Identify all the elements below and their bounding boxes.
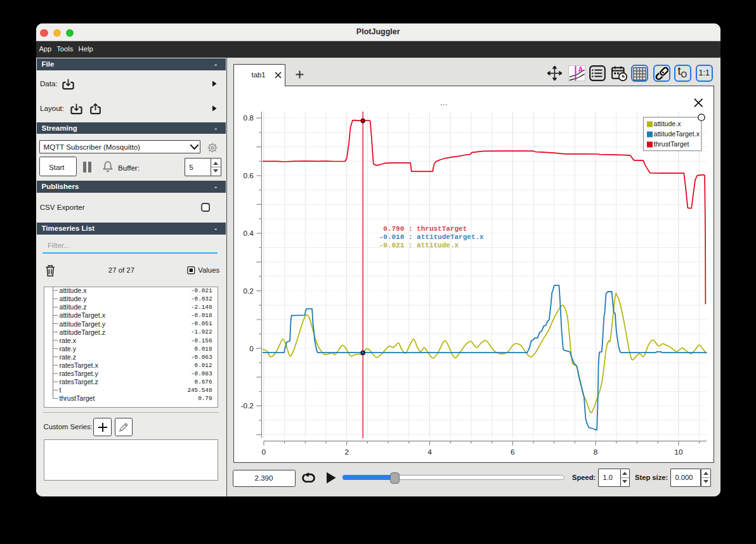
- svg-text:2: 2: [344, 447, 349, 456]
- svg-text:-0.018 : attitudeTarget.x: -0.018 : attitudeTarget.x: [379, 233, 483, 241]
- svg-text:...: ...: [440, 98, 448, 107]
- svg-text:-0.2: -0.2: [240, 401, 253, 410]
- svg-text:10: 10: [674, 447, 683, 456]
- svg-text:0.8: 0.8: [243, 113, 254, 122]
- svg-text:6: 6: [511, 447, 515, 456]
- svg-text:8: 8: [593, 447, 597, 456]
- svg-text:0.4: 0.4: [243, 229, 254, 238]
- svg-text:0: 0: [261, 447, 266, 456]
- svg-text:4: 4: [427, 447, 432, 456]
- svg-text:thrustTarget: thrustTarget: [653, 140, 689, 148]
- svg-text:-0.021 : attitude.x: -0.021 : attitude.x: [379, 242, 459, 249]
- svg-text:A: A: [578, 65, 583, 73]
- svg-text:0: 0: [249, 344, 254, 353]
- svg-text:0.2: 0.2: [243, 286, 253, 295]
- svg-text:attitudeTarget.x: attitudeTarget.x: [653, 130, 700, 138]
- svg-text:0.6: 0.6: [243, 171, 254, 180]
- svg-text:attitude.x: attitude.x: [653, 120, 681, 127]
- svg-text:0.790 : thrustTarget: 0.790 : thrustTarget: [383, 225, 467, 233]
